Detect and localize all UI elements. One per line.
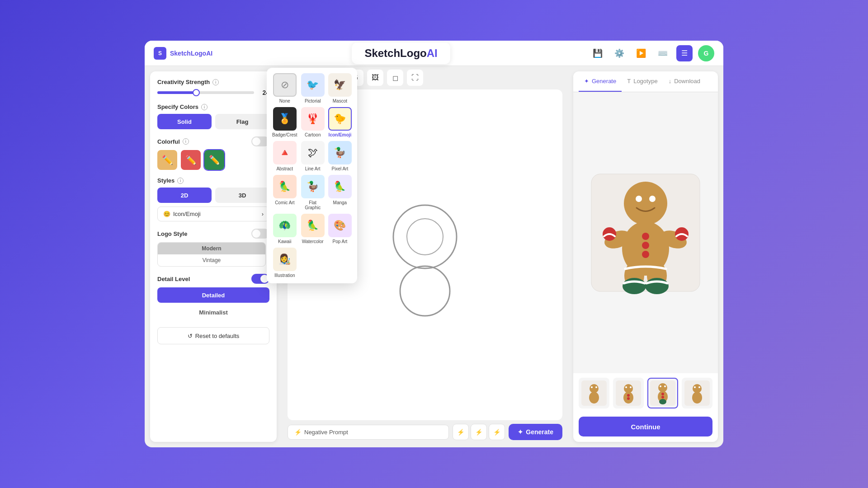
swatch-red[interactable]: ✏️ xyxy=(181,150,201,170)
svg-point-2 xyxy=(400,266,450,316)
3d-button[interactable]: 3D xyxy=(215,188,269,203)
specify-colors-info-icon[interactable]: i xyxy=(201,104,208,110)
style-pixel-art[interactable]: 🦆 Pixel Art xyxy=(328,141,352,171)
fullscreen-button[interactable]: ⛶ xyxy=(407,70,423,86)
specify-colors-section: Specify Colors i Solid Flag xyxy=(157,103,269,129)
specify-colors-label-text: Specify Colors xyxy=(157,103,198,110)
main-window: S SketchLogoAI SketchLogoAI 💾 ⚙️ ▶️ ⌨️ ☰… xyxy=(145,41,723,447)
styles-label: Styles i xyxy=(157,177,269,184)
detail-level-section: Detail Level Detailed Minimalist xyxy=(157,274,269,320)
svg-point-34 xyxy=(660,385,661,387)
lightning-btn-3[interactable]: ⚡ xyxy=(489,424,505,440)
style-pixel-art-label: Pixel Art xyxy=(332,166,349,171)
minimalist-button[interactable]: Minimalist xyxy=(157,305,269,320)
style-mascot[interactable]: 🦅 Mascot xyxy=(328,73,352,103)
style-dropdown[interactable]: 😊 Icon/Emoji › xyxy=(157,206,269,221)
style-abstract[interactable]: 🔺 Abstract xyxy=(272,141,297,171)
svg-point-28 xyxy=(630,386,632,388)
style-selected-text: Icon/Emoji xyxy=(173,211,201,217)
style-watercolor[interactable]: 🦜 Watercolor xyxy=(301,214,325,244)
lightning-btn-2[interactable]: ⚡ xyxy=(471,424,487,440)
svg-point-18 xyxy=(645,278,669,294)
tab-logotype-label: Logotype xyxy=(633,78,658,84)
lightning-btn-1[interactable]: ⚡ xyxy=(453,424,469,440)
reset-button[interactable]: ↺ Reset to defaults xyxy=(157,327,269,344)
flag-color-button[interactable]: Flag xyxy=(215,114,269,129)
play-icon-button[interactable]: ▶️ xyxy=(633,45,649,61)
thumb-4-img xyxy=(684,380,710,406)
colorful-label-text: Colorful xyxy=(157,138,180,145)
swatch-gold[interactable]: ✏️ xyxy=(157,150,177,170)
vintage-pill[interactable]: Vintage xyxy=(158,254,265,266)
style-none[interactable]: ⊘ None xyxy=(272,73,297,103)
2d-button[interactable]: 2D xyxy=(157,188,212,203)
thumb-4[interactable] xyxy=(682,378,712,408)
main-logo: SketchLogoAI xyxy=(352,42,450,64)
svg-point-5 xyxy=(636,196,642,202)
menu-button[interactable]: ☰ xyxy=(676,45,693,61)
sparkle-tab-icon: ✦ xyxy=(584,78,589,84)
style-kawaii[interactable]: 🦚 Kawaii xyxy=(272,214,297,244)
creativity-slider-track xyxy=(157,91,254,94)
styles-info-icon[interactable]: i xyxy=(177,178,184,184)
thumbnails-row xyxy=(573,373,718,413)
logo-style-label: Logo Style xyxy=(157,230,187,237)
style-comic-art[interactable]: 🦜 Comic Art xyxy=(272,175,297,210)
svg-point-21 xyxy=(589,392,599,404)
thumb-3-img xyxy=(650,380,675,406)
eraser-tool-button[interactable]: ◻ xyxy=(387,70,403,86)
negative-prompt-button[interactable]: ⚡ Negative Prompt xyxy=(288,425,449,440)
generate-button[interactable]: ✦ Generate xyxy=(509,424,562,440)
user-avatar-button[interactable]: G xyxy=(698,45,714,61)
style-pictorial[interactable]: 🐦 Pictorial xyxy=(301,73,325,103)
style-manga[interactable]: 🦜 Manga xyxy=(328,175,352,210)
header-app-title: SketchLogoAI xyxy=(170,50,212,57)
header: S SketchLogoAI SketchLogoAI 💾 ⚙️ ▶️ ⌨️ ☰… xyxy=(145,41,723,66)
left-panel: Creativity Strength i 24 Specify Colors … xyxy=(150,71,277,442)
tab-download[interactable]: ↓ Download xyxy=(663,71,706,92)
header-right: 💾 ⚙️ ▶️ ⌨️ ☰ G xyxy=(590,45,714,61)
download-tab-icon: ↓ xyxy=(669,78,672,84)
style-pop-art[interactable]: 🎨 Pop Art xyxy=(328,214,352,244)
thumb-2-img xyxy=(616,380,641,406)
swatch-green-selected[interactable]: ✏️ xyxy=(204,150,224,170)
style-comic-art-label: Comic Art xyxy=(275,200,294,205)
save-icon-button[interactable]: 💾 xyxy=(590,45,606,61)
style-cartoon[interactable]: 🦞 Cartoon xyxy=(301,107,325,137)
creativity-slider-fill xyxy=(157,91,196,94)
app-logo-small: S xyxy=(154,47,166,60)
body-layout: Creativity Strength i 24 Specify Colors … xyxy=(145,66,723,447)
thumb-3-selected[interactable] xyxy=(647,378,678,408)
chevron-right-icon: › xyxy=(262,211,264,217)
svg-point-27 xyxy=(625,386,627,388)
style-cartoon-label: Cartoon xyxy=(305,132,321,137)
style-kawaii-label: Kawaii xyxy=(278,239,291,244)
thumb-2[interactable] xyxy=(613,378,644,408)
creativity-slider-thumb[interactable] xyxy=(193,89,200,96)
svg-point-23 xyxy=(595,386,597,388)
modern-pill[interactable]: Modern xyxy=(158,243,265,254)
keyboard-icon-button[interactable]: ⌨️ xyxy=(655,45,671,61)
tab-generate[interactable]: ✦ Generate xyxy=(579,71,622,92)
detailed-button[interactable]: Detailed xyxy=(157,287,269,303)
image-tool-button[interactable]: 🖼 xyxy=(367,70,383,86)
style-illustration[interactable]: 👩‍🎨 Illustration xyxy=(272,248,297,278)
creativity-slider-row: 24 xyxy=(157,89,269,96)
solid-color-button[interactable]: Solid xyxy=(157,114,212,129)
svg-point-8 xyxy=(642,233,649,240)
gingerbread-preview xyxy=(587,169,704,296)
colorful-info-icon[interactable]: i xyxy=(183,138,189,145)
style-line-art[interactable]: 🕊 Line Art xyxy=(301,141,325,171)
style-badge[interactable]: 🏅 Badge/Crest xyxy=(272,107,297,137)
style-icon-emoji[interactable]: 🐤 Icon/Emoji xyxy=(328,107,352,137)
creativity-info-icon[interactable]: i xyxy=(212,79,219,85)
settings-icon-button[interactable]: ⚙️ xyxy=(611,45,627,61)
dimension-buttons: 2D 3D xyxy=(157,188,269,203)
style-flat-graphic[interactable]: 🦆 Flat Graphic xyxy=(301,175,325,210)
continue-button[interactable]: Continue xyxy=(579,417,712,436)
tab-logotype[interactable]: T Logotype xyxy=(622,71,663,92)
svg-point-4 xyxy=(624,182,667,225)
svg-point-22 xyxy=(591,386,593,388)
thumb-1[interactable] xyxy=(579,378,609,408)
svg-point-38 xyxy=(659,399,666,404)
